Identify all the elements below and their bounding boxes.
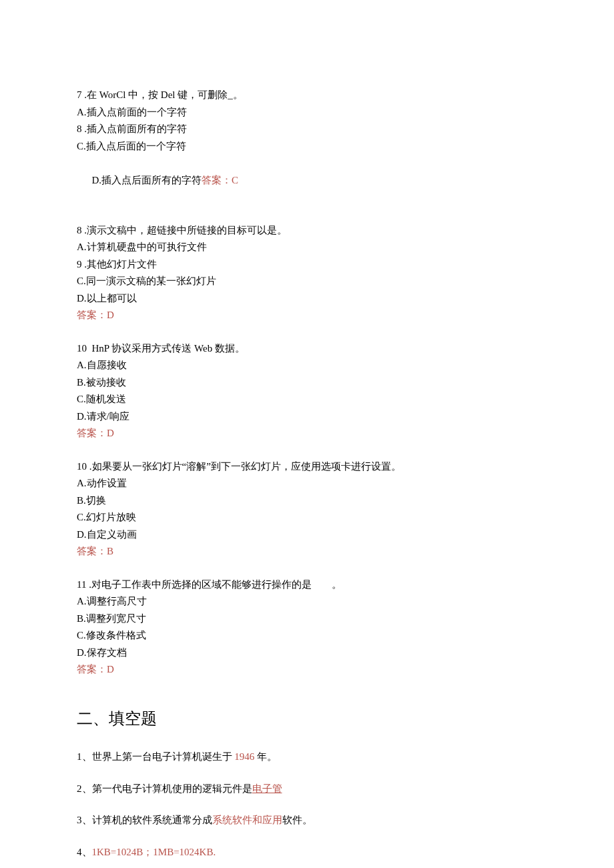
option-b: 8 .插入点前面所有的字符 xyxy=(77,121,537,138)
question-8: 8 .演示文稿中，超链接中所链接的目标可以是。 A.计算机硬盘中的可执行文件 9… xyxy=(77,222,537,324)
fill-suffix: 软件。 xyxy=(282,815,312,825)
option-d: D.保存文档 xyxy=(77,644,537,662)
fill-prefix: 3、计算机的软件系统通常分成 xyxy=(77,815,212,825)
option-a: A.计算机硬盘中的可执行文件 xyxy=(77,239,537,256)
option-c: C.随机发送 xyxy=(77,391,537,408)
question-11: 11 .对电子工作表中所选择的区域不能够进行操作的是 。 A.调整行高尺寸 B.… xyxy=(77,576,537,679)
answer-text: 答案：D xyxy=(77,307,537,324)
section-2-title: 二、填空题 xyxy=(77,705,537,733)
fill-answer: 1946 xyxy=(234,751,254,762)
fill-question-2: 2、第一代电子计算机使用的逻辑元件是电子管 xyxy=(77,781,537,798)
question-stem: 10 .如果要从一张幻灯片“溶解”到下一张幻灯片，应使用选项卡进行设置。 xyxy=(77,458,537,476)
answer-text: 答案：D xyxy=(77,661,537,679)
fill-question-4: 4、1KB=1024B；1MB=1024KB. xyxy=(77,844,537,861)
answer-text: 答案：D xyxy=(77,425,537,442)
option-d-text: D.插入点后面所有的字符 xyxy=(92,175,202,185)
option-b: 9 .其他幻灯片文件 xyxy=(77,256,537,274)
fill-answer: 系统软件和应用 xyxy=(212,815,282,825)
option-d: D.以上都可以 xyxy=(77,290,537,308)
fill-suffix: 年。 xyxy=(254,751,277,762)
option-a: A.自愿接收 xyxy=(77,357,537,374)
fill-question-3: 3、计算机的软件系统通常分成系统软件和应用软件。 xyxy=(77,812,537,829)
question-stem: 11 .对电子工作表中所选择的区域不能够进行操作的是 。 xyxy=(77,576,537,594)
option-c: C.修改条件格式 xyxy=(77,627,537,644)
fill-prefix: 2、第一代电子计算机使用的逻辑元件是 xyxy=(77,783,252,794)
option-a: A.调整行高尺寸 xyxy=(77,593,537,610)
option-b: B.被动接收 xyxy=(77,374,537,392)
fill-question-1: 1、世界上第一台电子计算机诞生于 1946 年。 xyxy=(77,749,537,766)
answer-text: 答案：C xyxy=(202,175,238,185)
fill-answer: 电子管 xyxy=(252,783,282,794)
question-stem: 7 .在 WorCl 中，按 Del 键，可删除_。 xyxy=(77,87,537,104)
question-7: 7 .在 WorCl 中，按 Del 键，可删除_。 A.插入点前面的一个字符 … xyxy=(77,87,537,206)
option-b: B.调整列宽尺寸 xyxy=(77,610,537,628)
option-a: A.插入点前面的一个字符 xyxy=(77,104,537,121)
option-d: D.请求/响应 xyxy=(77,408,537,426)
question-stem: 8 .演示文稿中，超链接中所链接的目标可以是。 xyxy=(77,222,537,240)
option-a: A.动作设置 xyxy=(77,475,537,492)
question-10: 10 .如果要从一张幻灯片“溶解”到下一张幻灯片，应使用选项卡进行设置。 A.动… xyxy=(77,458,537,560)
question-9: 10 HnP 协议采用方式传送 Web 数据。 A.自愿接收 B.被动接收 C.… xyxy=(77,340,537,442)
fill-prefix: 4、 xyxy=(77,847,92,857)
option-d: D.自定义动画 xyxy=(77,526,537,544)
answer-text: 答案：B xyxy=(77,543,537,560)
fill-prefix: 1、世界上第一台电子计算机诞生于 xyxy=(77,751,234,762)
question-stem: 10 HnP 协议采用方式传送 Web 数据。 xyxy=(77,340,537,358)
option-b: B.切换 xyxy=(77,492,537,510)
option-c: C.幻灯片放映 xyxy=(77,509,537,526)
option-c: C.同一演示文稿的某一张幻灯片 xyxy=(77,273,537,290)
option-c: C.插入点后面的一个字符 xyxy=(77,138,537,155)
option-d-with-answer: D.插入点后面所有的字符答案：C xyxy=(77,155,537,206)
fill-answer: 1KB=1024B；1MB=1024KB. xyxy=(92,847,216,857)
